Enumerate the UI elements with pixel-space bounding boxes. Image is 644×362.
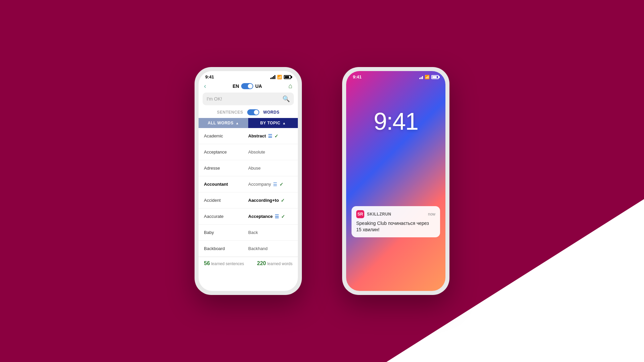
wifi-icon-1: 📶: [277, 75, 282, 79]
word-left: Acceptance: [204, 149, 248, 155]
stats-bar: 56 learned sentences 220 learned words: [199, 257, 298, 270]
word-left: Accident: [204, 198, 248, 203]
chevron-up-icon-1: ▲: [235, 121, 239, 125]
status-bar-2: 9:41 📶: [346, 71, 445, 81]
words-list: AcademicAbstract☰✓AcceptanceAbsoluteAdre…: [199, 128, 298, 257]
words-stat: 220 learned words: [257, 260, 292, 266]
battery-icon-1: [284, 75, 291, 79]
app-icon: SR: [356, 210, 364, 218]
word-left: Baby: [204, 230, 248, 235]
word-right: Abuse: [248, 166, 292, 171]
words-label: learned words: [267, 261, 292, 266]
app-header: ‹ EN UA ⌂: [199, 81, 298, 93]
check-icon: ✓: [279, 182, 283, 187]
status-icons-2: 📶: [419, 75, 439, 79]
words-count: 220: [257, 260, 266, 266]
word-right: Backhand: [248, 246, 292, 251]
sentences-count: 56: [204, 260, 210, 266]
lang-right: UA: [255, 83, 262, 89]
sentences-label: learned sentences: [211, 261, 244, 266]
all-words-label: ALL WORDS: [208, 121, 233, 125]
sentences-stat: 56 learned sentences: [204, 260, 244, 266]
word-left: Academic: [204, 133, 248, 138]
tab-switch: SENTENCES WORDS: [199, 108, 298, 117]
word-right: Accompany☰✓: [248, 182, 292, 187]
back-button[interactable]: ‹: [204, 82, 206, 90]
word-left: Backboard: [204, 246, 248, 251]
word-row[interactable]: BabyBack: [199, 225, 298, 241]
tab-toggle[interactable]: [247, 109, 259, 115]
filter-tabs: ALL WORDS ▲ BY TOPIC ▲: [199, 118, 298, 128]
all-words-tab[interactable]: ALL WORDS ▲: [199, 118, 248, 128]
word-left: Aaccurate: [204, 214, 248, 219]
by-topic-label: BY TOPIC: [260, 121, 280, 125]
word-right: Absolute: [248, 149, 292, 155]
word-row[interactable]: AcademicAbstract☰✓: [199, 128, 298, 144]
check-icon: ✓: [281, 198, 285, 203]
notification-body: Speaking Club починається через 15 хвили…: [356, 220, 435, 233]
by-topic-tab[interactable]: BY TOPIC ▲: [248, 118, 298, 128]
sentences-tab-label[interactable]: SENTENCES: [217, 110, 243, 115]
notification-header: SR SKILLZRUN now: [356, 210, 435, 218]
status-bar-1: 9:41 📶: [199, 71, 298, 81]
chevron-up-icon-2: ▲: [282, 121, 286, 125]
notification-card: SR SKILLZRUN now Speaking Club починаєть…: [352, 206, 440, 237]
home-button[interactable]: ⌂: [288, 82, 292, 90]
word-row[interactable]: AaccurateAcceptance☰✓: [199, 208, 298, 225]
notification-time: now: [428, 212, 435, 217]
lang-left: EN: [232, 83, 239, 89]
word-row[interactable]: AccidentAaccording+to✓: [199, 192, 298, 208]
status-time-2: 9:41: [353, 74, 362, 79]
search-placeholder: I'm OK!: [207, 96, 282, 102]
word-right: Back: [248, 230, 292, 235]
word-row[interactable]: AccountantAccompany☰✓: [199, 176, 298, 192]
word-row[interactable]: AcceptanceAbsolute: [199, 144, 298, 160]
word-right: Abstract☰✓: [248, 133, 292, 139]
word-row[interactable]: BackboardBackhand: [199, 241, 298, 257]
signal-icon-2: [419, 75, 423, 79]
word-left: Accountant: [204, 182, 248, 187]
battery-fill-1: [285, 76, 289, 78]
lang-toggle[interactable]: [241, 83, 253, 89]
wifi-icon-2: 📶: [425, 75, 430, 79]
phone-lockscreen: 9:41 📶 9:41 SR SKILLZRUN n: [342, 67, 449, 295]
list-icon: ☰: [273, 182, 277, 187]
lock-screen-time: 9:41: [346, 81, 445, 135]
search-icon[interactable]: 🔍: [282, 95, 290, 103]
lang-switcher[interactable]: EN UA: [232, 83, 262, 89]
phone-words: 9:41 📶 ‹ EN UA: [195, 67, 302, 295]
search-bar[interactable]: I'm OK! 🔍: [203, 93, 294, 105]
battery-icon-2: [431, 75, 439, 79]
phone-lockscreen-screen: 9:41 📶 9:41 SR SKILLZRUN n: [346, 71, 445, 291]
check-icon: ✓: [281, 214, 285, 219]
status-time-1: 9:41: [205, 74, 214, 79]
list-icon: ☰: [275, 214, 279, 219]
battery-fill-2: [432, 76, 437, 78]
app-name: SKILLZRUN: [367, 212, 391, 217]
word-right: Acceptance☰✓: [248, 214, 292, 219]
scene: 9:41 📶 ‹ EN UA: [0, 0, 644, 362]
check-icon: ✓: [274, 133, 278, 139]
phone-words-screen: 9:41 📶 ‹ EN UA: [199, 71, 298, 291]
signal-icon-1: [270, 75, 275, 79]
status-icons-1: 📶: [270, 75, 291, 79]
word-right: Aaccording+to✓: [248, 198, 292, 203]
word-row[interactable]: AdresseAbuse: [199, 160, 298, 176]
word-left: Adresse: [204, 166, 248, 171]
words-tab-label[interactable]: WORDS: [263, 110, 280, 115]
list-icon: ☰: [268, 133, 272, 139]
